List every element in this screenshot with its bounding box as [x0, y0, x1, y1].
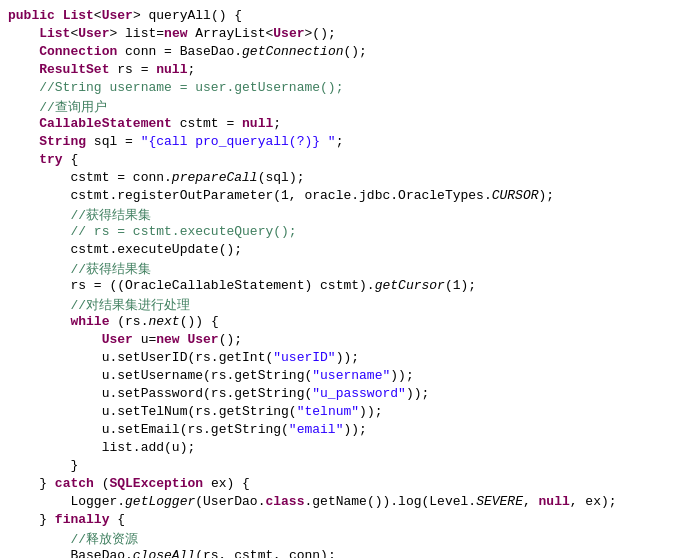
- code-token: [180, 332, 188, 347]
- code-token: }: [39, 476, 55, 491]
- code-token: > list=: [109, 26, 164, 41]
- code-token: u.setTelNum(rs.getString(: [102, 404, 297, 419]
- code-line: //对结果集进行处理: [0, 296, 683, 314]
- code-line: u.setEmail(rs.getString("email"));: [0, 422, 683, 440]
- code-token: new: [164, 26, 187, 41]
- code-line: //获得结果集: [0, 206, 683, 224]
- code-token: ));: [336, 350, 359, 365]
- code-token: <: [70, 26, 78, 41]
- code-line: rs = ((OracleCallableStatement) cstmt).g…: [0, 278, 683, 296]
- code-token: sql =: [86, 134, 141, 149]
- code-line: List<User> list=new ArrayList<User>();: [0, 26, 683, 44]
- code-token: ArrayList<: [187, 26, 273, 41]
- code-token: //获得结果集: [70, 260, 151, 278]
- code-line: String sql = "{call pro_queryall(?)} ";: [0, 134, 683, 152]
- code-token: , ex);: [570, 494, 617, 509]
- code-token: SEVERE: [476, 494, 523, 509]
- code-token: [55, 8, 63, 23]
- code-token: while: [70, 314, 109, 329]
- code-line: u.setUsername(rs.getString("username"));: [0, 368, 683, 386]
- code-token: ));: [390, 368, 413, 383]
- code-token: cstmt =: [172, 116, 242, 131]
- code-line: CallableStatement cstmt = null;: [0, 116, 683, 134]
- code-token: ex) {: [203, 476, 250, 491]
- code-token: ResultSet: [39, 62, 109, 77]
- code-token: String: [39, 134, 86, 149]
- code-token: ));: [359, 404, 382, 419]
- code-token: ));: [343, 422, 366, 437]
- code-line: cstmt.registerOutParameter(1, oracle.jdb…: [0, 188, 683, 206]
- code-token: CURSOR: [492, 188, 539, 203]
- code-line: u.setPassword(rs.getString("u_password")…: [0, 386, 683, 404]
- code-token: //释放资源: [70, 530, 138, 548]
- code-token: <: [94, 8, 102, 23]
- code-token: BaseDao.: [70, 548, 132, 558]
- code-token: conn = BaseDao.: [117, 44, 242, 59]
- code-token: List: [39, 26, 70, 41]
- code-token: closeAll: [133, 548, 195, 558]
- code-token: Logger.: [70, 494, 125, 509]
- code-token: (rs.: [109, 314, 148, 329]
- code-line: public List<User> queryAll() {: [0, 8, 683, 26]
- code-token: SQLException: [109, 476, 203, 491]
- code-token: Connection: [39, 44, 117, 59]
- code-token: ;: [336, 134, 344, 149]
- code-line: u.setUserID(rs.getInt("userID"));: [0, 350, 683, 368]
- code-token: list.add(u);: [102, 440, 196, 455]
- code-token: rs = ((OracleCallableStatement) cstmt).: [70, 278, 374, 293]
- code-token: finally: [55, 512, 110, 527]
- code-token: "u_password": [312, 386, 406, 401]
- code-token: );: [539, 188, 555, 203]
- code-token: null: [539, 494, 570, 509]
- code-token: next: [148, 314, 179, 329]
- code-token: class: [265, 494, 304, 509]
- code-token: "{call pro_queryall(?)} ": [141, 134, 336, 149]
- code-token: null: [156, 62, 187, 77]
- code-token: //对结果集进行处理: [70, 296, 190, 314]
- code-token: "telnum": [297, 404, 359, 419]
- code-token: getConnection: [242, 44, 343, 59]
- code-token: ()) {: [180, 314, 219, 329]
- code-token: u.setPassword(rs.getString(: [102, 386, 313, 401]
- code-token: }: [70, 458, 78, 473]
- code-token: User: [78, 26, 109, 41]
- code-token: u=: [133, 332, 156, 347]
- code-line: try {: [0, 152, 683, 170]
- code-line: cstmt = conn.prepareCall(sql);: [0, 170, 683, 188]
- code-token: ();: [343, 44, 366, 59]
- code-token: null: [242, 116, 273, 131]
- code-line: }: [0, 458, 683, 476]
- code-token: ();: [219, 332, 242, 347]
- code-token: >();: [305, 26, 336, 41]
- code-token: u.setUsername(rs.getString(: [102, 368, 313, 383]
- code-line: Logger.getLogger(UserDao.class.getName()…: [0, 494, 683, 512]
- code-line: u.setTelNum(rs.getString("telnum"));: [0, 404, 683, 422]
- code-token: {: [63, 152, 79, 167]
- code-token: cstmt = conn.: [70, 170, 171, 185]
- code-token: (rs, cstmt, conn);: [195, 548, 335, 558]
- code-line: // rs = cstmt.executeQuery();: [0, 224, 683, 242]
- code-token: (sql);: [258, 170, 305, 185]
- code-token: ;: [273, 116, 281, 131]
- code-token: new: [156, 332, 179, 347]
- code-token: catch: [55, 476, 94, 491]
- code-token: //获得结果集: [70, 206, 151, 224]
- code-token: try: [39, 152, 62, 167]
- code-token: {: [109, 512, 125, 527]
- code-line: //释放资源: [0, 530, 683, 548]
- code-line: BaseDao.closeAll(rs, cstmt, conn);: [0, 548, 683, 558]
- code-token: "userID": [273, 350, 335, 365]
- code-token: ));: [406, 386, 429, 401]
- code-token: ;: [187, 62, 195, 77]
- code-token: CallableStatement: [39, 116, 172, 131]
- code-line: } catch (SQLException ex) {: [0, 476, 683, 494]
- code-token: (1);: [445, 278, 476, 293]
- code-token: > queryAll() {: [133, 8, 242, 23]
- code-token: cstmt.executeUpdate();: [70, 242, 242, 257]
- code-line: User u=new User();: [0, 332, 683, 350]
- code-line: list.add(u);: [0, 440, 683, 458]
- code-token: getCursor: [375, 278, 445, 293]
- code-token: cstmt.registerOutParameter(1, oracle.jdb…: [70, 188, 491, 203]
- code-token: (: [94, 476, 110, 491]
- code-token: rs =: [109, 62, 156, 77]
